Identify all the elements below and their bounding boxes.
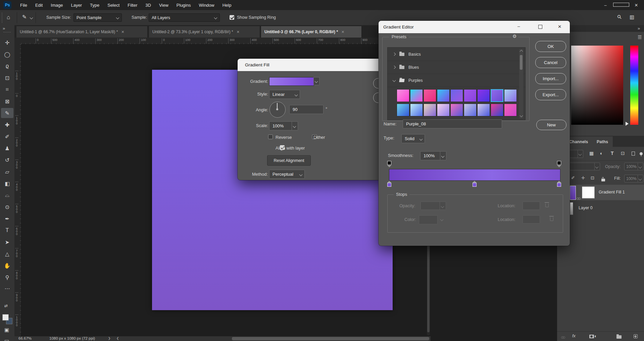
dodge-tool[interactable]: ⊙ (0, 202, 14, 212)
document-info[interactable]: 1080 px x 1080 px (72 ppi) (49, 336, 95, 340)
gradient-preset-swatch[interactable] (437, 89, 450, 102)
gradient-fill-dialog-title[interactable]: Gradient Fill (238, 59, 384, 71)
close-icon[interactable]: ✕ (629, 3, 644, 8)
status-next-icon[interactable]: ❯ (108, 337, 111, 340)
hand-tool[interactable]: ✋ (0, 261, 14, 271)
opacity-stop-left[interactable] (387, 161, 391, 165)
toolbar-collapse-icon[interactable]: » (3, 26, 5, 31)
export-button[interactable]: Export... (535, 89, 566, 100)
horizontal-scrollbar[interactable] (232, 337, 429, 340)
menu-item[interactable]: File (16, 1, 31, 9)
eyedropper-chevron-icon[interactable] (30, 16, 33, 19)
path-selection-tool[interactable]: ➤ (0, 237, 14, 247)
import-button[interactable]: Import... (535, 73, 566, 84)
gradient-preset-swatch[interactable] (491, 89, 503, 102)
gradient-editor-title[interactable]: Gradient Editor – ✕ (379, 21, 570, 33)
gradient-preset-swatch[interactable] (491, 104, 503, 116)
gradient-preset-swatch[interactable] (477, 89, 490, 102)
history-brush-tool[interactable]: ↺ (0, 155, 14, 165)
cancel-button[interactable]: Cancel (535, 57, 566, 68)
new-button[interactable]: New (536, 120, 566, 130)
preset-folder-row[interactable]: Blues (388, 61, 525, 74)
zoom-tool[interactable]: ⚲ (0, 272, 14, 282)
lock-all-icon[interactable] (601, 179, 605, 181)
gradient-fill-thumbnail[interactable] (570, 186, 576, 200)
lock-artboard-icon[interactable]: ⊡ (591, 175, 594, 180)
scale-dropdown[interactable]: 100% (269, 121, 298, 130)
new-layer-icon[interactable] (634, 334, 638, 338)
color-stop-right[interactable] (557, 183, 561, 187)
eraser-tool[interactable]: ▱ (0, 167, 14, 177)
type-tool[interactable]: T (0, 225, 14, 235)
color-saturation-square[interactable] (571, 46, 623, 125)
smoothness-dropdown[interactable]: 100% (420, 151, 446, 160)
document-tab[interactable]: Untitled-2 @ 73.3% (Layer 1 copy, RGB/8#… (149, 26, 260, 38)
show-sampling-ring-checkbox[interactable] (230, 15, 234, 20)
elliptical-marquee-tool[interactable]: ◯ (0, 49, 14, 59)
filter-smart-object-icon[interactable] (632, 152, 635, 156)
tab-paths[interactable]: Paths (592, 136, 613, 147)
gradient-preset-swatch[interactable] (450, 104, 463, 116)
healing-brush-tool[interactable]: ✚ (0, 120, 14, 130)
gradient-picker-chevron[interactable] (313, 77, 319, 85)
gradient-preset-swatch[interactable] (464, 89, 477, 102)
home-icon[interactable]: ⌂ (7, 14, 10, 21)
filter-shape-icon[interactable]: ⊡ (621, 151, 625, 156)
angle-dial[interactable] (269, 102, 286, 118)
gradient-preset-swatch[interactable] (477, 104, 490, 116)
gradient-preset-swatch[interactable] (504, 104, 517, 116)
gradient-preset-swatch[interactable] (424, 89, 436, 102)
tab-close-icon[interactable]: ✕ (237, 30, 240, 34)
sample-size-dropdown[interactable]: Point Sample (73, 13, 122, 22)
gradient-preset-swatch[interactable] (504, 89, 517, 102)
crop-tool[interactable]: ⌗ (0, 84, 14, 95)
workspace-icon[interactable]: ▥ (630, 14, 634, 20)
minimize-icon[interactable]: – (598, 3, 613, 8)
layer-name[interactable]: Gradient Fill 1 (599, 190, 625, 194)
search-icon[interactable]: ⚲ (616, 13, 623, 21)
filter-type-icon[interactable]: T (611, 151, 614, 156)
layer-thumbnail[interactable] (570, 202, 573, 215)
gradient-preset-swatch[interactable] (464, 104, 477, 116)
presets-scrollbar[interactable] (519, 49, 523, 118)
brush-tool[interactable]: ✐ (0, 131, 14, 141)
eyedropper-tool[interactable]: ✎ (1, 108, 13, 118)
lock-brush-icon[interactable]: ✐ (571, 175, 575, 180)
menu-item[interactable]: 3D (141, 1, 155, 9)
editor-minimize-icon[interactable]: – (517, 24, 520, 29)
filter-adjustment-icon[interactable]: ◐ (600, 151, 603, 156)
menu-item[interactable]: View (155, 1, 172, 9)
zoom-level[interactable]: 66.67% (18, 336, 32, 340)
document-tab[interactable]: Untitled-1 @ 66.7% (Hue/Saturation 1, La… (16, 26, 148, 38)
edit-toolbar-button[interactable]: ⋯ (0, 283, 14, 293)
opacity-stop-right[interactable] (557, 161, 561, 165)
gradient-preset-swatch[interactable] (424, 104, 436, 116)
layer-name[interactable]: Layer 0 (579, 206, 593, 210)
gradient-preset-swatch[interactable] (397, 104, 409, 116)
menu-item[interactable]: Layer (67, 1, 86, 9)
gradient-preview-swatch[interactable] (269, 77, 314, 86)
hue-strip[interactable] (630, 46, 638, 125)
menu-item[interactable]: Type (86, 1, 103, 9)
document-tab[interactable]: Untitled-3 @ 66.7% (Layer 0, RGB/8#) * ✕ (261, 26, 362, 38)
ok-button[interactable]: OK (535, 41, 566, 52)
layer-mask-thumbnail[interactable] (582, 186, 595, 198)
layer-row-gradient-fill[interactable]: Gradient Fill 1 (557, 185, 644, 200)
filter-pin-icon[interactable] (640, 152, 643, 155)
foreground-color-swatch[interactable] (2, 314, 9, 321)
reset-alignment-button[interactable]: Reset Alignment (267, 155, 311, 166)
blur-tool[interactable]: ⌓ (0, 190, 14, 200)
move-tool[interactable]: ✛ (0, 38, 14, 48)
maximize-icon[interactable] (613, 3, 629, 8)
tab-close-icon[interactable]: ✕ (121, 30, 124, 34)
quick-mask-icon[interactable]: ▣ (4, 327, 9, 333)
menu-item[interactable]: Window (195, 1, 218, 9)
menu-item[interactable]: Filter (123, 1, 141, 9)
swap-colors-icon[interactable]: ⇄ (4, 303, 8, 308)
gradient-preset-swatch[interactable] (397, 89, 409, 102)
fill-field[interactable]: 100% (624, 175, 643, 182)
angle-field[interactable]: 90 (289, 105, 324, 114)
sample-dropdown[interactable]: All Layers (149, 13, 220, 22)
menu-item[interactable]: Image (47, 1, 67, 9)
lock-position-icon[interactable]: ✛ (581, 175, 585, 180)
